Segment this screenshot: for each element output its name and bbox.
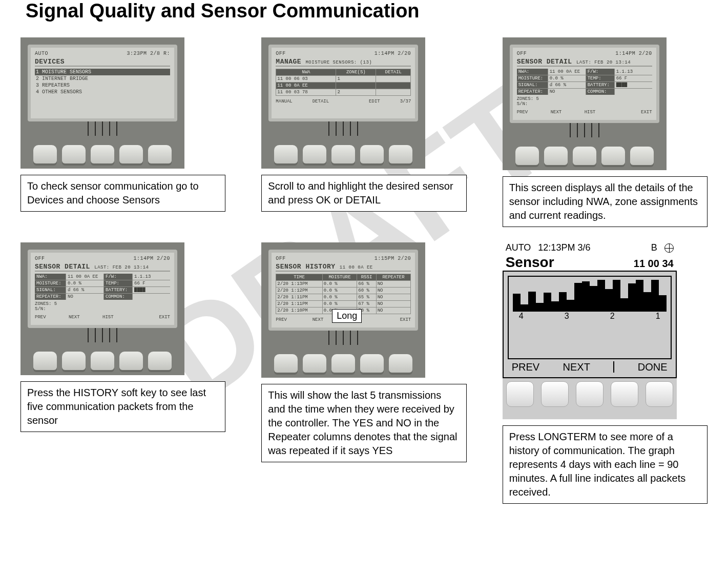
softkey-label[interactable]: DETAIL bbox=[313, 99, 329, 104]
panel-sensor-detail-2: OFF 1:14PM 2/20 SENSOR DETAIL LAST: FEB … bbox=[20, 242, 184, 375]
status-clock: 3:23PM 2/8 R: bbox=[127, 51, 170, 56]
axis-tick: 4 bbox=[519, 312, 524, 321]
col-header: DETAIL bbox=[376, 69, 411, 76]
softkey[interactable] bbox=[646, 381, 673, 407]
softkey[interactable] bbox=[331, 354, 355, 373]
softkey-label[interactable]: HIST bbox=[585, 110, 596, 115]
caption: To check sensor communication go to Devi… bbox=[20, 175, 225, 212]
list-item[interactable]: 3 REPEATERS bbox=[35, 82, 170, 89]
detail-grid: NWA:11 00 0A EEF/W:1.1.13 MOISTURE:0.0 %… bbox=[35, 274, 170, 300]
softkey[interactable] bbox=[360, 145, 384, 163]
list-item[interactable]: 4 OTHER SENSORS bbox=[35, 89, 170, 95]
softkey[interactable] bbox=[573, 147, 596, 165]
softkey[interactable] bbox=[601, 147, 625, 165]
softkey[interactable] bbox=[62, 352, 86, 370]
table-row[interactable]: 11 00 0A EE bbox=[276, 83, 411, 89]
softkey-label[interactable]: MANUAL bbox=[276, 99, 292, 104]
status-mode: OFF bbox=[35, 256, 45, 261]
softkey[interactable] bbox=[541, 381, 569, 407]
sensor-name: Sensor bbox=[506, 254, 554, 271]
screen-subtitle: LAST: FEB 20 13:14 bbox=[94, 265, 149, 270]
col-header: TIME bbox=[276, 274, 322, 281]
softkey[interactable] bbox=[576, 381, 604, 407]
softkey-label[interactable]: HIST bbox=[102, 315, 114, 320]
softkey-label[interactable]: NEXT bbox=[551, 110, 562, 115]
status-mode: OFF bbox=[517, 51, 527, 56]
panel-manage: OFF 1:14PM 2/20 MANAGE MOISTURE SENSORS:… bbox=[261, 37, 425, 169]
softkey-label[interactable]: EXIT bbox=[641, 110, 652, 115]
softkey[interactable] bbox=[33, 352, 57, 370]
list-item[interactable]: 2 INTERNET BRIDGE bbox=[35, 75, 170, 82]
axis-tick: 2 bbox=[610, 312, 615, 321]
softkey-label[interactable]: EXIT bbox=[400, 317, 411, 322]
softkey[interactable] bbox=[148, 145, 172, 163]
softkey-label[interactable]: PREV bbox=[517, 110, 528, 115]
status-clock: 1:14PM 2/20 bbox=[133, 256, 170, 261]
softkey[interactable] bbox=[389, 145, 412, 163]
softkey[interactable] bbox=[62, 145, 86, 163]
caption: This will show the last 5 transmissions … bbox=[261, 384, 466, 462]
softkey[interactable] bbox=[506, 381, 534, 407]
clock-label: 12:13PM 3/6 bbox=[538, 242, 590, 253]
panel-devices: AUTO 3:23PM 2/8 R: DEVICES 1 MOISTURE SE… bbox=[20, 37, 184, 169]
softkey[interactable] bbox=[389, 354, 412, 373]
rev-label: B bbox=[651, 242, 657, 253]
status-mode: OFF bbox=[276, 51, 286, 56]
screen-subtitle: MOISTURE SENSORS: (13) bbox=[305, 60, 372, 65]
sn-row: S/N: bbox=[517, 101, 652, 107]
softkey-label[interactable]: NEXT bbox=[563, 361, 590, 373]
softkey-label[interactable]: EXIT bbox=[159, 315, 170, 320]
softkey-label[interactable]: NEXT bbox=[313, 317, 324, 322]
col-header: MOISTURE bbox=[322, 274, 357, 281]
softkey[interactable] bbox=[148, 352, 172, 370]
screen-title: SENSOR DETAIL bbox=[35, 263, 90, 271]
softkey-label[interactable]: PREV bbox=[276, 317, 287, 322]
col-header: REPEATER bbox=[376, 274, 411, 281]
panel-longterm: AUTO 12:13PM 3/6 B Sensor 11 00 34 bbox=[503, 242, 677, 419]
sn-row: S/N: bbox=[35, 306, 170, 312]
status-mode: OFF bbox=[276, 256, 286, 261]
sensor-id: 11 00 34 bbox=[634, 258, 674, 270]
softkey[interactable] bbox=[119, 145, 143, 163]
screen-title: SENSOR DETAIL bbox=[517, 58, 572, 66]
col-header: ZONE(S) bbox=[336, 69, 376, 76]
softkey[interactable] bbox=[544, 147, 568, 165]
softkey[interactable] bbox=[611, 381, 638, 407]
col-header: NWA bbox=[276, 69, 336, 76]
softkey[interactable] bbox=[274, 354, 298, 373]
caption: Scroll to and highlight the desired sens… bbox=[261, 175, 466, 212]
table-row[interactable]: 11 00 06 031 bbox=[276, 76, 411, 83]
softkey-label[interactable]: 3/37 bbox=[400, 99, 411, 104]
table-row[interactable]: 11 00 03 782 bbox=[276, 89, 411, 96]
col-header: RSSI bbox=[357, 274, 376, 281]
screen-subtitle: 11 00 0A EE bbox=[340, 265, 373, 270]
axis-tick: 1 bbox=[656, 312, 660, 321]
list-item[interactable]: 1 MOISTURE SENSORS bbox=[35, 69, 170, 75]
softkey[interactable] bbox=[303, 354, 326, 373]
softkey[interactable] bbox=[331, 145, 355, 163]
detail-grid: NWA:11 00 0A EEF/W:1.1.13 MOISTURE:0.0 %… bbox=[517, 69, 652, 95]
softkey[interactable] bbox=[119, 352, 143, 370]
softkey[interactable] bbox=[274, 145, 298, 163]
status-mode: AUTO bbox=[35, 51, 48, 56]
divider bbox=[613, 361, 614, 373]
panel-sensor-detail: OFF 1:14PM 2/20 SENSOR DETAIL LAST: FEB … bbox=[503, 37, 667, 170]
globe-icon bbox=[664, 243, 674, 253]
caption: Press LONGTERM to see more of a history … bbox=[503, 425, 708, 504]
softkey[interactable] bbox=[303, 145, 326, 163]
softkey[interactable] bbox=[33, 145, 57, 163]
table-row: 2/20 1:12PM0.0 %60 %NO bbox=[276, 288, 411, 294]
softkey[interactable] bbox=[630, 147, 654, 165]
softkey[interactable] bbox=[515, 147, 539, 165]
softkey[interactable] bbox=[91, 352, 114, 370]
softkey[interactable] bbox=[360, 354, 384, 373]
screen-title: MANAGE bbox=[276, 58, 301, 66]
softkey-label[interactable]: DONE bbox=[638, 361, 668, 373]
softkey[interactable] bbox=[91, 145, 114, 163]
axis-tick: 3 bbox=[565, 312, 569, 321]
softkey-label[interactable]: PREV bbox=[512, 361, 539, 373]
table-row: 2/20 1:11PM0.0 %67 %NO bbox=[276, 301, 411, 308]
softkey-label[interactable]: EDIT bbox=[369, 99, 380, 104]
softkey-label[interactable]: NEXT bbox=[69, 315, 80, 320]
softkey-label[interactable]: PREV bbox=[35, 315, 46, 320]
